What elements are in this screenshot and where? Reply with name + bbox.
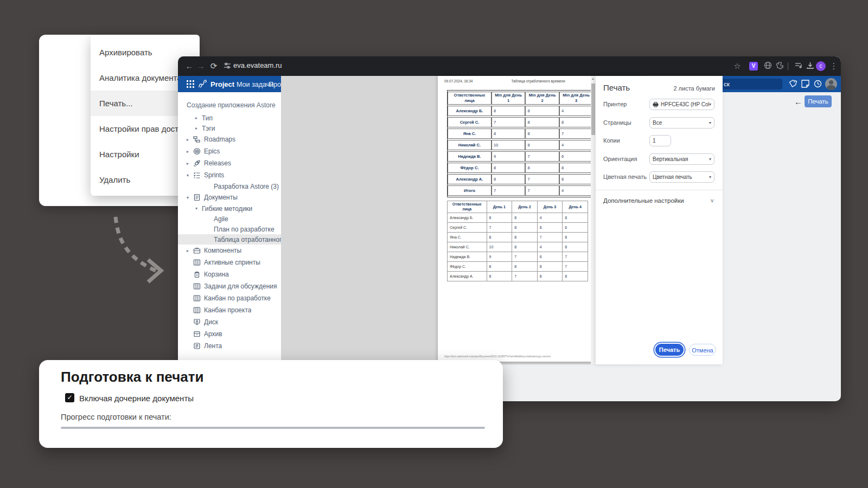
sidebar-item[interactable]: ▸Roadmaps [178, 133, 281, 145]
download-icon[interactable] [805, 61, 815, 71]
chevron-down-icon: ▾ [709, 175, 711, 179]
value-cell: 7 [525, 185, 559, 196]
scrollbar-thumb[interactable] [591, 84, 595, 135]
chevron-down-icon[interactable]: ▾ [195, 206, 202, 211]
sidebar-item[interactable]: План по разработке [178, 224, 281, 234]
chevron-right-icon[interactable]: ▸ [187, 137, 193, 142]
value-cell: 8 [563, 271, 588, 281]
browser-window: ← → ⟳ eva.evateam.ru ☆ V c ⋮ [178, 56, 841, 401]
sidebar-item[interactable]: Канбан проекта [178, 304, 281, 316]
screenshot-stage: АрхивироватьАналитика документаПечать...… [0, 0, 868, 488]
person-name-cell: Сергей С. [448, 222, 487, 232]
value-cell: 7 [537, 232, 563, 242]
chevron-right-icon[interactable]: ▸ [187, 248, 193, 253]
sidebar-item[interactable]: Лента [178, 340, 281, 352]
dialog-cancel-button[interactable]: Отмена [689, 344, 716, 356]
value-cell: 7 [512, 271, 538, 281]
app-print-button[interactable]: Печать [805, 95, 832, 107]
site-settings-icon[interactable] [222, 61, 232, 71]
sidebar-item[interactable]: ▸Releases [178, 157, 281, 169]
scrollbar-up-icon[interactable]: ▲ [591, 77, 595, 80]
chevron-right-icon[interactable]: ▸ [187, 161, 193, 166]
sidebar-item[interactable]: Корзина [178, 268, 281, 280]
chevron-down-icon[interactable]: ▾ [187, 173, 193, 178]
value-cell: 8 [525, 106, 559, 116]
browser-profile-avatar[interactable]: c [816, 61, 826, 71]
nav-my-tasks[interactable]: Мои задачи [237, 81, 273, 88]
sidebar-item[interactable]: Архив [178, 328, 281, 340]
sidebar-item[interactable]: Диск [178, 316, 281, 328]
apps-grid-icon[interactable] [187, 80, 194, 90]
value-cell: 4 [537, 242, 563, 252]
sidebar-item-label: Диск [204, 318, 218, 326]
ориентация-select[interactable]: Вертикальная▾ [649, 153, 714, 165]
sidebar-item[interactable]: ▾Документы [178, 191, 281, 203]
sidebar-item[interactable]: ▸Тип [178, 113, 281, 123]
column-header: Ответственные лица [448, 201, 487, 213]
sidebar-item-label: Roadmaps [204, 136, 235, 143]
sidebar-item-selected[interactable]: Таблица отработанного времен [178, 234, 281, 245]
history-icon[interactable] [813, 79, 823, 89]
project-title[interactable]: Создание приложения Astore [178, 100, 281, 113]
children-docs-checkbox[interactable]: ✓ [65, 393, 74, 402]
sidebar-item[interactable]: ▾Sprints [178, 169, 281, 181]
страницы-select[interactable]: Все▾ [649, 117, 714, 129]
roadmap-icon [193, 136, 204, 143]
reading-list-icon[interactable] [793, 61, 803, 71]
field-value: Вертикальная [653, 156, 709, 162]
sidebar-item[interactable]: ▸Тэги [178, 123, 281, 133]
extensions-puzzle-icon[interactable] [775, 61, 784, 71]
print-preparation-modal: Подготовка к печати ✓ Включая дочерние д… [39, 360, 503, 448]
sidebar-item[interactable]: Канбан по разработке [178, 292, 281, 304]
chevron-down-icon[interactable]: ▾ [187, 195, 193, 200]
copies-input[interactable]: 1 [649, 135, 671, 146]
worked-time-table-2: Ответственные лицаДень 1День 2День 3День… [447, 201, 588, 281]
sidebar-item[interactable]: Активные спринты [178, 256, 281, 268]
app-back-arrow[interactable]: ← [794, 97, 802, 106]
forward-icon[interactable]: → [196, 61, 206, 71]
toolbar-divider [788, 62, 788, 70]
tag-icon[interactable] [788, 79, 798, 89]
browser-titlebar: ← → ⟳ eva.evateam.ru ☆ V c ⋮ [178, 56, 841, 76]
person-name-cell: Николай С. [448, 242, 487, 252]
notes-icon[interactable] [801, 79, 810, 89]
person-name-cell: Николай С. [448, 140, 492, 150]
person-name-cell: Александр Б. [448, 213, 487, 222]
dialog-print-button[interactable]: Печать [655, 344, 684, 356]
value-cell: 8 [525, 140, 559, 150]
sidebar-tree: ▸Тип▸Тэги▸Roadmaps▸Epics▸Releases▾Sprint… [178, 113, 281, 352]
value-cell: 7 [512, 252, 538, 261]
value-cell: 8 [525, 163, 559, 173]
component-icon [193, 247, 204, 254]
value-cell: 8 [487, 232, 512, 242]
back-icon[interactable]: ← [184, 61, 194, 71]
additional-settings[interactable]: Дополнительные настройки [603, 197, 684, 204]
dashed-arrow-annotation [95, 209, 182, 296]
цветная печать-select[interactable]: Цветная печать▾ [649, 171, 714, 183]
value-cell: 8 [559, 117, 593, 127]
brand-name[interactable]: Project [210, 80, 234, 88]
sidebar-item[interactable]: Agile [178, 214, 281, 224]
extension-v-icon[interactable]: V [749, 62, 758, 70]
globe-extension-icon[interactable] [763, 61, 773, 71]
chevron-right-icon[interactable]: ▸ [195, 115, 202, 120]
trash-icon [193, 271, 204, 278]
sidebar-item[interactable]: ▸Epics [178, 145, 281, 157]
kebab-menu-icon[interactable]: ⋮ [829, 61, 839, 71]
value-cell: 8 [492, 129, 526, 139]
принтер-select[interactable]: HPFCE43C (HP Color La:▾ [649, 99, 714, 110]
url-bar[interactable]: eva.evateam.ru [233, 61, 282, 69]
sidebar-item[interactable]: Задачи для обсуждения [178, 280, 281, 292]
chevron-right-icon[interactable]: ▸ [187, 149, 193, 154]
chevron-right-icon[interactable]: ▸ [195, 126, 202, 131]
sidebar-item[interactable]: ▾Гибкие методики [178, 203, 281, 214]
person-name-cell: Сергей С. [448, 117, 492, 127]
refresh-icon[interactable]: ⟳ [209, 61, 219, 71]
sidebar-item[interactable]: ▸Компоненты [178, 245, 281, 256]
preview-scrollbar[interactable]: ▲ [591, 76, 596, 364]
user-avatar[interactable] [825, 78, 837, 90]
bookmark-star-icon[interactable]: ☆ [732, 61, 742, 71]
sidebar-item[interactable]: Разработка Astore (3) [178, 181, 281, 191]
chevron-down-icon[interactable]: ˅ [711, 197, 714, 204]
release-icon [193, 159, 204, 167]
